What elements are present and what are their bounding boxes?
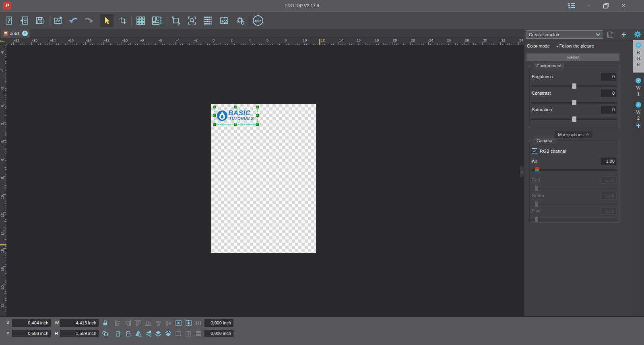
save-icon[interactable]: [33, 14, 47, 27]
dot-grid-icon[interactable]: [201, 14, 215, 27]
align-center-v-icon[interactable]: [164, 319, 173, 327]
new-job-icon[interactable]: [2, 14, 16, 27]
restore-button[interactable]: [599, 0, 613, 11]
mirror-h-icon[interactable]: [134, 330, 142, 337]
ruler-tick-label: 6: [0, 159, 4, 161]
align-right-icon[interactable]: [124, 319, 132, 327]
settings-gear-icon[interactable]: [233, 14, 247, 27]
gamma-all-slider[interactable]: [531, 167, 617, 172]
brightness-value[interactable]: 0: [601, 73, 616, 81]
split-rows-icon[interactable]: [194, 330, 203, 337]
add-template-icon[interactable]: +: [619, 30, 629, 39]
channel-enabled-check-icon[interactable]: ✓: [636, 42, 641, 48]
zoom-tool-icon[interactable]: [185, 14, 199, 27]
bring-forward-icon[interactable]: [154, 330, 163, 337]
saturation-value[interactable]: 0: [601, 106, 616, 114]
template-select[interactable]: Create template: [526, 30, 603, 39]
tab-job1[interactable]: Job1 ✕: [1, 29, 30, 38]
ruler-tick: [3, 140, 6, 141]
close-button[interactable]: ×: [617, 0, 630, 11]
tab-channel-w1[interactable]: ✓ W 1: [633, 76, 644, 97]
contrast-value[interactable]: 0: [601, 89, 616, 97]
h-spacing-input[interactable]: 0,000 inch: [204, 319, 233, 327]
ruler-tick: [302, 42, 302, 45]
import-file-icon[interactable]: [18, 14, 31, 27]
ruler-tick-label: -6: [159, 38, 162, 42]
selection-handle-w[interactable]: [213, 114, 216, 117]
contrast-slider[interactable]: [531, 100, 617, 105]
selection-handle-nw[interactable]: [213, 106, 216, 108]
more-options-button[interactable]: More options: [555, 131, 592, 138]
selection-handle-s[interactable]: [234, 123, 237, 126]
menu-list-icon[interactable]: [565, 0, 579, 11]
selection-box[interactable]: [214, 107, 258, 125]
panel-settings-gear-icon[interactable]: [634, 30, 642, 39]
gamma-red-slider: [531, 185, 617, 191]
tab-close-icon[interactable]: ✕: [22, 31, 28, 36]
x-input[interactable]: 0,404 inch: [12, 319, 51, 327]
design-canvas[interactable]: BASIC TUTORIALS ›: [6, 45, 524, 316]
reset-button[interactable]: Reset: [526, 54, 619, 61]
center-page-v-icon[interactable]: [184, 319, 193, 327]
layout-view-icon[interactable]: [150, 14, 163, 27]
ruler-tick-label: 10: [303, 38, 307, 42]
rotate-cw-icon[interactable]: [124, 330, 132, 337]
tab-channel-w2[interactable]: ✓ W 2: [633, 100, 644, 121]
split-columns-icon[interactable]: [184, 330, 193, 337]
panel-expander-handle[interactable]: ›: [520, 166, 524, 177]
brightness-slider[interactable]: [531, 83, 617, 89]
ruler-tick-label: 14: [339, 38, 343, 42]
v-spacing-input[interactable]: 0,000 inch: [204, 330, 233, 337]
send-backward-icon[interactable]: [164, 330, 173, 337]
undo-icon[interactable]: [67, 14, 80, 27]
mirror-v-icon[interactable]: [144, 330, 153, 337]
duplicate-icon[interactable]: [101, 330, 109, 337]
transform-tool-icon[interactable]: [169, 14, 183, 27]
channel-enabled-check-icon[interactable]: ✓: [636, 78, 641, 83]
selection-handle-se[interactable]: [256, 123, 259, 126]
selection-handle-n[interactable]: [234, 106, 237, 108]
ruler-tick: [446, 42, 446, 45]
selection-handle-sw[interactable]: [213, 123, 216, 126]
add-channel-icon[interactable]: +: [633, 121, 644, 131]
print-page[interactable]: [211, 104, 316, 253]
redo-icon[interactable]: [82, 14, 96, 27]
rotate-ccw-icon[interactable]: [114, 330, 122, 337]
window-title: PRO RIP V2.17.9: [0, 0, 604, 11]
w-input[interactable]: 4,413 inch: [60, 319, 99, 327]
minimize-button[interactable]: −: [581, 0, 595, 11]
selection-handle-e[interactable]: [256, 114, 259, 117]
center-page-h-icon[interactable]: [174, 319, 183, 327]
align-bottom-icon[interactable]: [144, 319, 153, 327]
fit-page-icon[interactable]: [174, 330, 183, 337]
ruler-tick-label: 34: [519, 38, 523, 42]
rip-label: RIP: [255, 19, 261, 23]
pointer-tool-icon[interactable]: [100, 14, 114, 27]
align-center-h-icon[interactable]: [154, 319, 163, 327]
saturation-slider[interactable]: [531, 116, 617, 122]
align-top-icon[interactable]: [134, 319, 142, 327]
tab-channel-rgb[interactable]: ✓ R G B: [633, 40, 644, 73]
y-input[interactable]: 0,588 inch: [12, 330, 51, 337]
save-template-icon[interactable]: [606, 31, 615, 39]
ruler-tick: [338, 42, 339, 45]
color-mode-label: Color mode: [527, 44, 550, 48]
ruler-tick: [284, 42, 284, 45]
add-image-icon[interactable]: [52, 14, 65, 27]
brightness-label: Brightness: [532, 74, 553, 79]
h-input[interactable]: 1,559 inch: [60, 330, 99, 337]
selection-handle-ne[interactable]: [256, 106, 259, 108]
crop-tool-icon[interactable]: [116, 14, 130, 27]
grid-view-icon[interactable]: [134, 14, 147, 27]
distribute-h-icon[interactable]: [194, 319, 203, 327]
image-preview-icon[interactable]: [217, 14, 231, 27]
media-height-marker: [0, 244, 6, 245]
channel-enabled-check-icon[interactable]: ✓: [636, 102, 641, 108]
vertical-ruler: -6-4-20246810121416182022: [0, 45, 6, 316]
rip-button[interactable]: RIP: [251, 14, 265, 27]
gamma-all-value[interactable]: 1,00: [601, 158, 616, 165]
rgb-channel-checkbox[interactable]: ✓: [532, 148, 537, 154]
lock-ratio-icon[interactable]: [101, 319, 109, 327]
align-left-icon[interactable]: [114, 319, 122, 327]
ruler-tick: [374, 42, 374, 45]
